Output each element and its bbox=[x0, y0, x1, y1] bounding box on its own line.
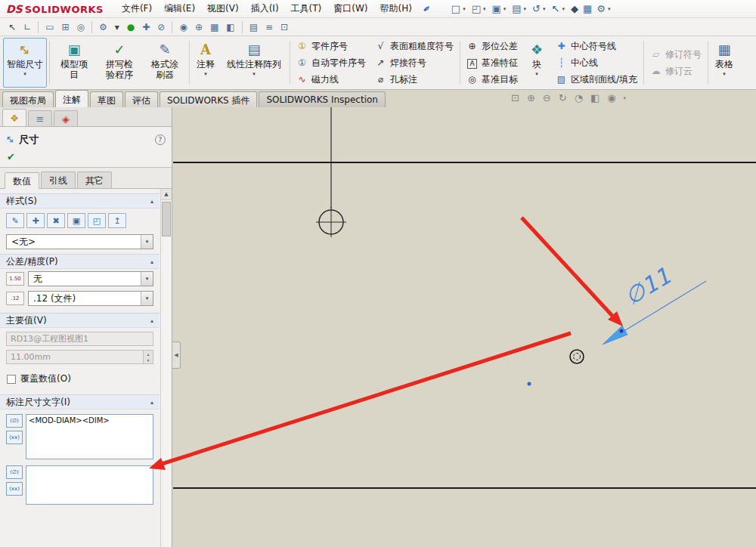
smart-dimension-button[interactable]: ↔ 智能尺寸 ▾ bbox=[3, 38, 47, 88]
menu-window[interactable]: 窗口(W) bbox=[327, 0, 373, 17]
zoom-fit-icon[interactable]: ⊡ bbox=[511, 92, 519, 104]
style-save-button[interactable]: ▣ bbox=[67, 213, 85, 228]
value-spinner[interactable]: ▴ ▾ bbox=[143, 351, 153, 363]
scrollbar-thumb[interactable] bbox=[162, 202, 171, 236]
options-icon[interactable]: ⊡ bbox=[277, 21, 292, 33]
dimension-name-field[interactable]: RD13@工程图视图1 bbox=[6, 332, 153, 346]
tab-view-layout[interactable]: 视图布局 bbox=[2, 91, 54, 107]
tab-display-manager[interactable]: ≡ bbox=[28, 110, 52, 126]
display-style-icon[interactable]: ◧ bbox=[590, 92, 600, 104]
spin-up-icon[interactable]: ▴ bbox=[144, 351, 153, 357]
dual-inspection-button[interactable]: (xx) bbox=[6, 482, 23, 496]
table-button[interactable]: ▦ 表格 ▾ bbox=[711, 38, 738, 88]
open-icon[interactable]: ◰ bbox=[469, 2, 483, 15]
pin-icon[interactable]: ✒ bbox=[420, 2, 433, 16]
zoom-area-icon[interactable]: ⊕ bbox=[527, 92, 535, 104]
balloon-button[interactable]: ① 零件序号 bbox=[293, 39, 370, 54]
revision-cloud-button[interactable]: ☁ 修订云 bbox=[646, 64, 705, 79]
note-button[interactable]: A 注释 ▾ bbox=[192, 38, 219, 88]
save-caret-icon[interactable]: ▾ bbox=[503, 6, 507, 12]
add-parenthesis-button[interactable]: (∅) bbox=[6, 414, 23, 428]
spin-down-icon[interactable]: ▾ bbox=[144, 357, 153, 364]
model-items-button[interactable]: ▣ 模型项目 bbox=[52, 38, 96, 88]
auto-balloon-button[interactable]: ① 自动零件序号 bbox=[293, 56, 370, 70]
menu-insert[interactable]: 插入(I) bbox=[245, 0, 285, 17]
view-orientation-icon[interactable]: ◔ bbox=[575, 92, 583, 104]
zoom-out-icon[interactable]: ⊖ bbox=[543, 92, 551, 104]
tab-inspection-manager[interactable]: ◈ bbox=[54, 110, 78, 126]
precision-dropdown[interactable]: .12 (文件) ▾ bbox=[28, 291, 153, 306]
open-caret-icon[interactable]: ▾ bbox=[483, 6, 486, 12]
tab-solidworks-addins[interactable]: SOLIDWORKS 插件 bbox=[160, 91, 257, 107]
tolerance-section-header[interactable]: 公差/精度(P) ▴ bbox=[0, 254, 160, 269]
style-add-button[interactable]: ✚ bbox=[26, 213, 45, 228]
style-dropdown-caret-icon[interactable]: ▾ bbox=[141, 235, 153, 249]
tab-value[interactable]: 数值 bbox=[5, 172, 39, 189]
save-icon[interactable]: ▣ bbox=[489, 2, 503, 15]
scroll-up-button[interactable]: ▲ bbox=[161, 189, 172, 200]
appearance-icon[interactable]: ◧ bbox=[222, 21, 238, 33]
options-grid-icon[interactable]: ▦ bbox=[581, 2, 594, 15]
web-icon[interactable]: ◎ bbox=[73, 21, 88, 33]
style-load-button[interactable]: ◰ bbox=[88, 213, 106, 228]
magnetic-line-button[interactable]: ∿ 磁力线 bbox=[293, 73, 370, 87]
select-arrow-icon[interactable]: ↖ bbox=[550, 2, 562, 15]
revision-symbol-button[interactable]: ▱ 修订符号 bbox=[646, 48, 705, 62]
drafting-standard-icon[interactable]: ⊞ bbox=[57, 21, 73, 33]
menu-edit[interactable]: 编辑(E) bbox=[158, 0, 201, 17]
zoom-in-icon[interactable]: ⊕ bbox=[191, 21, 206, 33]
grid-icon[interactable]: ▦ bbox=[206, 21, 222, 33]
gear-caret-icon[interactable]: ▾ bbox=[608, 6, 611, 12]
help-icon[interactable]: ? bbox=[155, 134, 166, 145]
ok-check-icon[interactable]: ✔ bbox=[7, 151, 15, 162]
centerline-button[interactable]: ┆ 中心线 bbox=[552, 56, 641, 70]
new-document-caret-icon[interactable]: ▾ bbox=[463, 6, 466, 12]
menu-tools[interactable]: 工具(T) bbox=[285, 0, 328, 17]
hole-callout-button[interactable]: ⌀ 孔标注 bbox=[371, 73, 457, 87]
new-document-icon[interactable]: □ bbox=[449, 2, 463, 15]
panel-collapse-handle[interactable]: ◀ bbox=[172, 341, 181, 369]
menu-view[interactable]: 视图(V) bbox=[201, 0, 245, 17]
geometric-tolerance-button[interactable]: ⊕ 形位公差 bbox=[463, 39, 522, 54]
layers-icon[interactable]: ≡ bbox=[262, 21, 277, 33]
dimension-text-input[interactable]: <MOD-DIAM><DIM> bbox=[26, 414, 153, 459]
select-caret-icon[interactable]: ▾ bbox=[562, 6, 565, 12]
datum-target-button[interactable]: ◎ 基准目标 bbox=[463, 73, 522, 87]
menu-file[interactable]: 文件(F) bbox=[116, 0, 158, 17]
rotate-view-icon[interactable]: ↻ bbox=[559, 92, 567, 104]
dimension-text-section-header[interactable]: 标注尺寸文字(I) ▴ bbox=[0, 394, 160, 409]
gear-icon[interactable]: ⚙ bbox=[594, 2, 608, 15]
area-hatch-button[interactable]: ▨ 区域剖面线/填充 bbox=[552, 73, 641, 87]
select-arrow-icon[interactable]: ↖ bbox=[5, 21, 20, 33]
section-icon[interactable]: ⊘ bbox=[153, 21, 169, 33]
weld-symbol-button[interactable]: ↗ 焊接符号 bbox=[371, 56, 457, 70]
linear-note-pattern-button[interactable]: ▤ 线性注释阵列 ▾ bbox=[221, 38, 287, 88]
device-icon[interactable]: ◆ bbox=[569, 2, 581, 15]
tab-other[interactable]: 其它 bbox=[77, 172, 112, 188]
style-default-button[interactable]: ✎ bbox=[6, 213, 24, 228]
datum-feature-button[interactable]: A 基准特征 bbox=[463, 56, 522, 70]
tab-evaluate[interactable]: 评估 bbox=[125, 91, 158, 107]
viewport-icon[interactable]: ▭ bbox=[42, 21, 57, 33]
style-delete-button[interactable]: ✖ bbox=[47, 213, 65, 228]
format-painter-button[interactable]: ✎ 格式涂刷器 bbox=[143, 38, 187, 88]
menu-help[interactable]: 帮助(H) bbox=[374, 0, 418, 17]
print-icon[interactable]: ▤ bbox=[510, 2, 523, 15]
view-settings-caret-icon[interactable]: ▾ bbox=[624, 95, 627, 101]
style-dropdown[interactable]: <无> ▾ bbox=[6, 234, 153, 249]
dual-dimension-text-input[interactable] bbox=[26, 465, 153, 505]
tab-property-manager[interactable]: ❖ bbox=[2, 109, 26, 126]
settings-icon[interactable]: ⚙ bbox=[95, 21, 111, 33]
primary-value-section-header[interactable]: 主要值(V) ▴ bbox=[0, 313, 160, 328]
tab-solidworks-inspection[interactable]: SOLIDWORKS Inspection bbox=[259, 91, 385, 107]
dual-add-parenthesis-button[interactable]: (∅) bbox=[6, 465, 23, 479]
style-section-header[interactable]: 样式(S) ▴ bbox=[0, 193, 160, 209]
record-icon[interactable]: ● bbox=[123, 21, 138, 33]
print-caret-icon[interactable]: ▾ bbox=[524, 6, 527, 12]
filter-icon[interactable]: ▾ bbox=[111, 21, 123, 33]
hide-items-icon[interactable]: ◉ bbox=[607, 92, 615, 104]
sketch-icon[interactable]: ∟ bbox=[20, 21, 35, 33]
tolerance-dropdown-caret-icon[interactable]: ▾ bbox=[141, 272, 153, 286]
override-value-row[interactable]: 覆盖数值(O) bbox=[0, 368, 160, 390]
undo-caret-icon[interactable]: ▾ bbox=[543, 6, 546, 12]
